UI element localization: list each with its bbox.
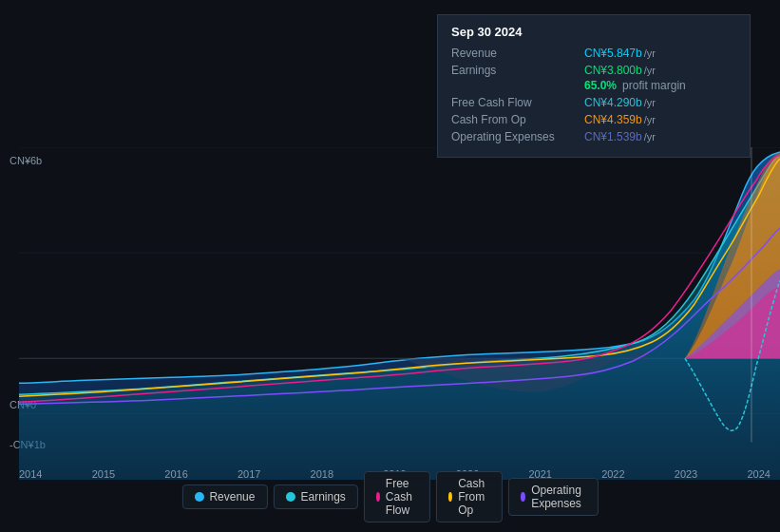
legend-item-cashfromop[interactable]: Cash From Op	[436, 471, 503, 522]
tooltip-row-fcf: Free Cash Flow CN¥4.290b/yr	[451, 96, 736, 109]
tooltip-label-earnings: Earnings	[451, 64, 584, 77]
tooltip-row-cashfromop: Cash From Op CN¥4.359b/yr	[451, 113, 736, 126]
tooltip-label-cashfromop: Cash From Op	[451, 113, 584, 126]
tooltip-value-cashfromop: CN¥4.359b/yr	[584, 113, 736, 126]
legend-label-fcf: Free Cash Flow	[386, 477, 418, 517]
legend-dot-revenue	[194, 492, 203, 502]
tooltip-label-fcf: Free Cash Flow	[451, 96, 584, 109]
tooltip-value-revenue: CN¥5.847b/yr	[584, 47, 736, 60]
x-label-2014: 2014	[19, 468, 42, 480]
legend-label-earnings: Earnings	[300, 490, 345, 504]
legend-dot-cashfromop	[448, 492, 452, 502]
profit-pct: 65.0%	[584, 79, 617, 92]
tooltip-value-fcf: CN¥4.290b/yr	[584, 96, 736, 109]
legend-label-cashfromop: Cash From Op	[458, 477, 490, 517]
tooltip-row-revenue: Revenue CN¥5.847b/yr	[451, 47, 736, 60]
tooltip-value-earnings: CN¥3.800b/yr	[584, 64, 736, 77]
chart-container: Sep 30 2024 Revenue CN¥5.847b/yr Earning…	[0, 0, 780, 532]
tooltip-date: Sep 30 2024	[451, 25, 736, 39]
legend-item-opex[interactable]: Operating Expenses	[508, 478, 599, 516]
tooltip-row-opex: Operating Expenses CN¥1.539b/yr	[451, 130, 736, 143]
tooltip-label-opex: Operating Expenses	[451, 130, 584, 143]
legend-item-revenue[interactable]: Revenue	[181, 484, 267, 509]
x-label-2015: 2015	[92, 468, 115, 480]
legend-item-earnings[interactable]: Earnings	[273, 484, 357, 509]
legend-item-fcf[interactable]: Free Cash Flow	[364, 471, 430, 522]
x-label-2024: 2024	[747, 468, 770, 480]
profit-margin-row: 65.0% profit margin	[451, 79, 736, 92]
tooltip: Sep 30 2024 Revenue CN¥5.847b/yr Earning…	[437, 14, 751, 158]
profit-text: profit margin	[622, 79, 686, 92]
tooltip-value-opex: CN¥1.539b/yr	[584, 130, 736, 143]
x-label-2023: 2023	[675, 468, 697, 480]
legend-dot-fcf	[376, 492, 380, 502]
chart-svg	[19, 147, 780, 480]
legend: Revenue Earnings Free Cash Flow Cash Fro…	[181, 471, 598, 522]
legend-label-revenue: Revenue	[209, 490, 255, 504]
legend-dot-earnings	[285, 492, 295, 502]
x-label-2022: 2022	[601, 468, 624, 480]
legend-label-opex: Operating Expenses	[531, 484, 585, 510]
tooltip-row-earnings: Earnings CN¥3.800b/yr	[451, 64, 736, 77]
tooltip-label-revenue: Revenue	[451, 47, 584, 60]
legend-dot-opex	[521, 492, 525, 502]
